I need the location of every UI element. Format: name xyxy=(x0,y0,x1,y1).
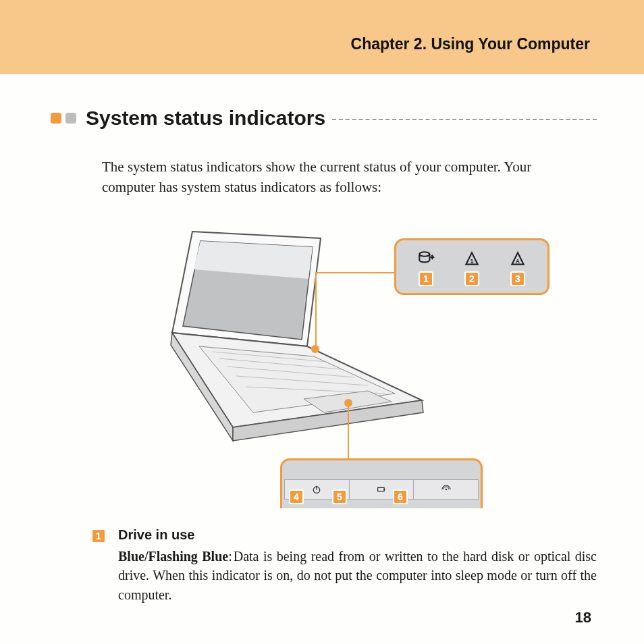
entry-body: Drive in use Blue/Flashing Blue:Data is … xyxy=(118,527,597,604)
page-content: System status indicators The system stat… xyxy=(0,74,644,604)
section-heading: System status indicators xyxy=(51,107,597,130)
chapter-title: Chapter 2. Using Your Computer xyxy=(351,35,590,53)
heading-bullets xyxy=(51,113,76,124)
callout-number: 3 xyxy=(510,271,525,286)
svg-text:A: A xyxy=(516,257,520,264)
callout-number: 4 xyxy=(289,489,304,504)
callout-number: 6 xyxy=(393,489,408,504)
svg-text:1: 1 xyxy=(470,257,474,264)
laptop-illustration xyxy=(152,225,435,454)
entry-title: Drive in use xyxy=(118,527,597,543)
numlock-icon: 1 xyxy=(463,250,481,267)
callout-number: 2 xyxy=(464,271,479,286)
svg-point-5 xyxy=(419,252,429,257)
svg-point-12 xyxy=(445,489,447,491)
callout-number: 1 xyxy=(419,271,433,286)
section-title: System status indicators xyxy=(86,107,325,130)
entry-number: 1 xyxy=(91,529,106,543)
laptop-diagram: 1 1 2 A 3 4 5 6 xyxy=(78,218,597,508)
entry-description: Blue/Flashing Blue:Data is being read fr… xyxy=(118,547,597,604)
entry-status: Blue/Flashing Blue xyxy=(118,549,228,564)
heading-rule xyxy=(332,119,597,120)
capslock-icon: A xyxy=(509,250,527,267)
page-number: 18 xyxy=(575,609,591,626)
bullet-icon xyxy=(65,113,76,124)
indicator-entry: 1 Drive in use Blue/Flashing Blue:Data i… xyxy=(91,527,597,604)
wireless-icon xyxy=(441,484,452,495)
indicator-item: 1 xyxy=(417,250,435,286)
leader-line xyxy=(348,403,349,460)
chapter-header: Chapter 2. Using Your Computer xyxy=(0,0,644,74)
callout-number: 5 xyxy=(332,489,347,504)
leader-line xyxy=(315,272,317,348)
indicator-item: A 3 xyxy=(509,250,527,286)
indicator-item: 1 2 xyxy=(463,250,481,286)
callout-bottom: 4 5 6 xyxy=(280,458,483,508)
bullet-icon xyxy=(51,113,61,124)
section-intro: The system status indicators show the cu… xyxy=(102,157,583,198)
callout-numbers: 4 5 6 xyxy=(289,489,408,504)
hdd-icon xyxy=(417,250,435,267)
callout-top: 1 1 2 A 3 xyxy=(394,238,549,295)
